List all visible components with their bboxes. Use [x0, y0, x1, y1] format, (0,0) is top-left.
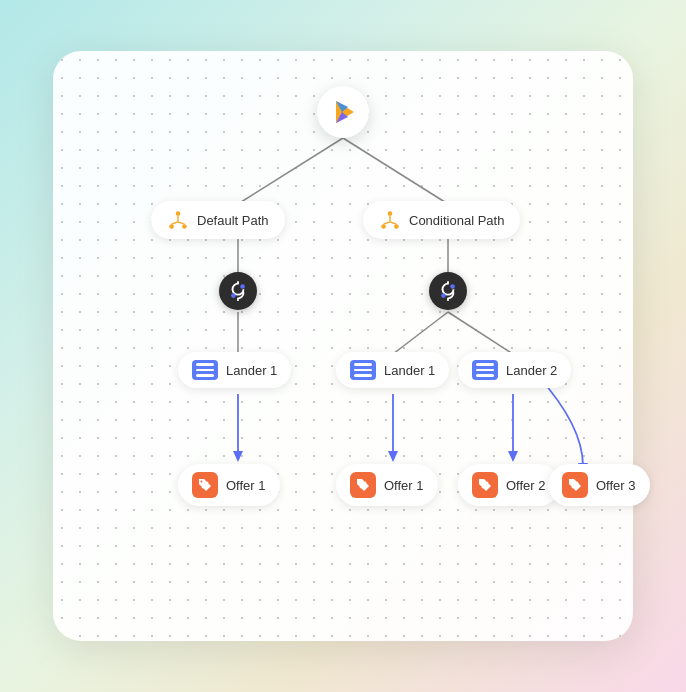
- svg-point-24: [381, 224, 386, 229]
- svg-marker-10: [388, 451, 398, 462]
- offer-icon: [350, 472, 376, 498]
- default-path-node[interactable]: Default Path: [151, 201, 285, 239]
- svg-point-23: [388, 211, 393, 216]
- offer-cond-3-label: Offer 3: [596, 478, 636, 493]
- svg-marker-8: [233, 451, 243, 462]
- offer-default-1[interactable]: Offer 1: [178, 464, 280, 506]
- svg-line-0: [238, 138, 343, 204]
- lander-icon: [350, 360, 376, 380]
- svg-point-31: [450, 284, 455, 289]
- svg-point-25: [394, 224, 399, 229]
- rotator-2[interactable]: [429, 272, 467, 310]
- svg-line-5: [393, 312, 448, 354]
- lander-cond-1[interactable]: Lander 1: [336, 352, 449, 388]
- lander-cond-2[interactable]: Lander 2: [458, 352, 571, 388]
- svg-point-17: [176, 211, 181, 216]
- offer-icon: [192, 472, 218, 498]
- offer-icon: [562, 472, 588, 498]
- lander-default-1-label: Lander 1: [226, 363, 277, 378]
- lander-default-1[interactable]: Lander 1: [178, 352, 291, 388]
- lander-cond-1-label: Lander 1: [384, 363, 435, 378]
- svg-marker-12: [508, 451, 518, 462]
- svg-point-29: [240, 284, 245, 289]
- svg-point-32: [441, 293, 446, 298]
- svg-line-6: [448, 312, 513, 354]
- offer-cond-1[interactable]: Offer 1: [336, 464, 438, 506]
- rotator-1[interactable]: [219, 272, 257, 310]
- offer-cond-2-label: Offer 2: [506, 478, 546, 493]
- main-card: Default Path Conditional Path: [53, 51, 633, 641]
- default-path-label: Default Path: [197, 213, 269, 228]
- svg-line-28: [390, 222, 396, 224]
- svg-point-33: [201, 481, 203, 483]
- offer-cond-2[interactable]: Offer 2: [458, 464, 560, 506]
- svg-line-22: [178, 222, 184, 224]
- offer-cond-3[interactable]: Offer 3: [548, 464, 650, 506]
- svg-line-27: [384, 222, 390, 224]
- offer-default-1-label: Offer 1: [226, 478, 266, 493]
- svg-point-19: [182, 224, 187, 229]
- svg-line-21: [172, 222, 178, 224]
- flow-container: Default Path Conditional Path: [83, 86, 603, 606]
- conditional-path-label: Conditional Path: [409, 213, 504, 228]
- offer-cond-1-label: Offer 1: [384, 478, 424, 493]
- svg-line-1: [343, 138, 448, 204]
- svg-point-30: [231, 293, 236, 298]
- lander-cond-2-label: Lander 2: [506, 363, 557, 378]
- conditional-path-node[interactable]: Conditional Path: [363, 201, 520, 239]
- offer-icon: [472, 472, 498, 498]
- lander-icon: [192, 360, 218, 380]
- lander-icon: [472, 360, 498, 380]
- root-icon: [317, 86, 369, 138]
- svg-point-18: [169, 224, 174, 229]
